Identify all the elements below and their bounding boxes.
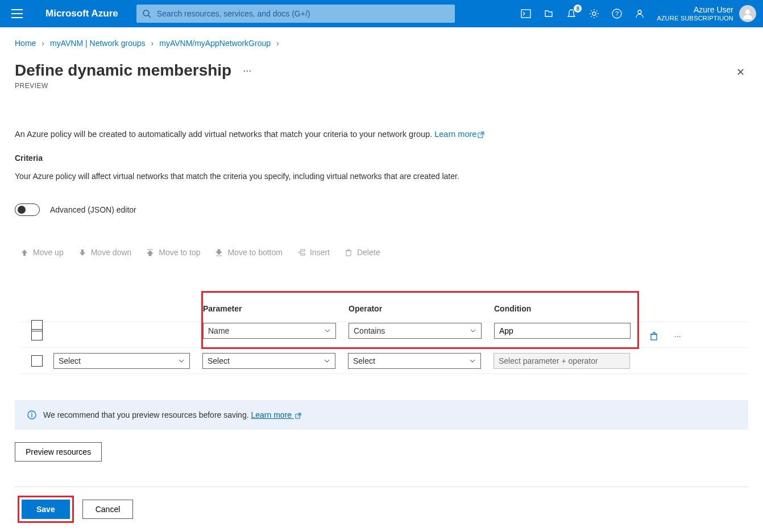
move-top-button[interactable]: Move to top [146,248,200,257]
cancel-button[interactable]: Cancel [82,500,134,519]
delete-button[interactable]: Delete [345,248,380,257]
chevron-down-icon [324,327,331,334]
close-icon[interactable]: ✕ [733,63,748,82]
preview-info-banner: We recommend that you preview resources … [15,400,748,430]
move-up-button[interactable]: Move up [20,248,64,257]
preview-tag: PREVIEW [15,82,231,90]
parameter-select[interactable]: Name [203,323,336,339]
row-more-icon[interactable]: ··· [674,331,681,340]
notifications-icon[interactable]: 8 [566,8,577,19]
row-checkbox[interactable] [31,329,43,340]
settings-icon[interactable] [588,8,600,19]
operator-select[interactable]: Contains [349,323,482,339]
andor-select[interactable]: Select [53,353,190,369]
move-bottom-button[interactable]: Move to bottom [215,248,283,257]
svg-point-6 [638,10,641,14]
user-name: Azure User [657,5,733,15]
svg-text:?: ? [615,10,619,17]
learn-more-link[interactable]: Learn more [434,130,484,139]
parameter-select[interactable]: Select [202,353,335,369]
criteria-heading: Criteria [15,153,748,163]
cloud-shell-icon[interactable] [520,8,532,19]
column-header-parameter: Parameter [203,304,349,313]
search-icon [142,9,151,18]
svg-point-3 [592,12,596,15]
svg-point-7 [745,10,750,14]
condition-input[interactable] [494,323,631,339]
notifications-badge: 8 [574,5,582,13]
delete-row-icon[interactable] [649,331,658,340]
svg-rect-2 [521,10,530,18]
chevron-down-icon [324,358,330,364]
chevron-down-icon [469,358,476,364]
more-icon[interactable]: ··· [243,65,251,77]
breadcrumb-item[interactable]: myAVNM | Network groups [50,39,146,48]
json-editor-toggle[interactable] [15,203,40,216]
svg-rect-10 [301,253,305,255]
svg-rect-12 [651,334,657,340]
page-title: Define dynamic membership [15,61,231,80]
search-input[interactable] [157,9,449,18]
breadcrumb-item[interactable]: Home [15,39,36,48]
user-block[interactable]: Azure User AZURE SUBSCRIPTIUON [657,5,756,22]
info-icon [27,410,36,419]
insert-button[interactable]: Insert [297,248,330,257]
breadcrumb-item[interactable]: myAVNM/myAppNetworkGroup [159,39,271,48]
operator-select[interactable]: Select [348,353,481,369]
criteria-toolbar: Move up Move down Move to top Move to bo… [20,248,748,257]
subscription-label: AZURE SUBSCRIPTIUON [657,15,733,22]
avatar [739,5,756,22]
brand-label: Microsoft Azure [45,8,118,19]
svg-point-0 [143,10,149,16]
json-editor-label: Advanced (JSON) editor [50,205,136,214]
move-down-button[interactable]: Move down [78,248,132,257]
svg-rect-15 [31,414,32,417]
feedback-icon[interactable] [634,8,645,19]
chevron-down-icon [470,327,476,334]
preview-resources-button[interactable]: Preview resources [15,442,102,462]
column-header-condition: Condition [494,304,637,313]
svg-rect-9 [301,250,305,251]
svg-point-14 [31,413,32,414]
column-header-operator: Operator [349,304,494,313]
intro-text: An Azure policy will be created to autom… [15,130,748,139]
banner-learn-more-link[interactable]: Learn more [251,410,301,419]
svg-line-1 [148,15,151,18]
condition-input-disabled: Select parameter + operator [494,353,630,369]
breadcrumb: Home› myAVNM | Network groups› myAVNM/my… [15,39,748,48]
search-input-wrapper[interactable] [136,5,455,23]
criteria-desc: Your Azure policy will affect virtual ne… [15,172,748,181]
save-button[interactable]: Save [22,500,70,519]
help-icon[interactable]: ? [611,8,623,19]
svg-rect-11 [346,251,351,256]
row-checkbox[interactable] [31,355,43,367]
directory-icon[interactable] [543,8,554,19]
menu-icon[interactable] [11,7,25,20]
chevron-down-icon [178,358,185,364]
